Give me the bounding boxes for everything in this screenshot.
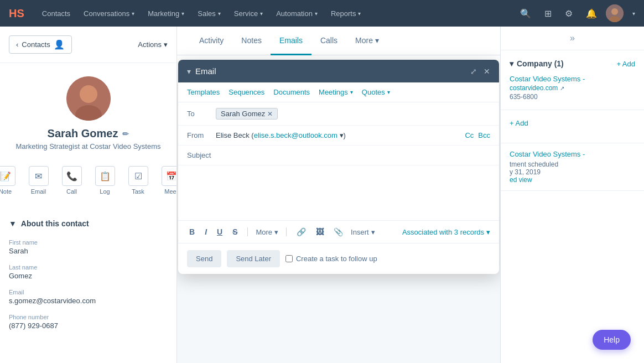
sidebar-header: ‹ Contacts 👤 Actions ▾ (0, 27, 176, 63)
company-name-link[interactable]: Costar Video Systems - (510, 75, 635, 83)
task-button[interactable]: ☑ (128, 166, 148, 186)
add-company-link[interactable]: + Add (616, 60, 635, 68)
company-website-link[interactable]: costarvideo.com (510, 84, 558, 92)
settings-icon[interactable]: ⚙ (565, 8, 573, 19)
search-icon[interactable]: 🔍 (520, 8, 531, 19)
send-button[interactable]: Send (187, 250, 221, 267)
note-button[interactable]: 📝 (0, 166, 15, 186)
meet-action[interactable]: 📅 Meet (162, 166, 178, 195)
close-icon[interactable]: ✕ (484, 67, 490, 76)
email-button[interactable]: ✉ (29, 166, 49, 186)
subject-field: Subject (178, 146, 499, 165)
nav-contacts[interactable]: Contacts (42, 9, 70, 18)
create-task-checkbox[interactable] (285, 255, 293, 262)
subject-input[interactable] (216, 151, 490, 159)
last-name-value: Gomez (9, 272, 168, 280)
quotes-button[interactable]: Quotes ▾ (362, 88, 390, 96)
from-value: Elise Beck (elise.s.beck@outlook.com ▾) (216, 131, 346, 139)
templates-button[interactable]: Templates (187, 88, 220, 96)
chevron-down-icon: ▾ (371, 228, 375, 236)
subject-label: Subject (187, 151, 209, 159)
link-icon[interactable]: 🔗 (294, 226, 308, 237)
log-action[interactable]: 📋 Log (95, 166, 115, 195)
nav-conversations[interactable]: Conversations ▾ (84, 9, 134, 18)
task-action[interactable]: ☑ Task (128, 166, 148, 195)
right-sidebar: » ▾ Company (1) + Add Costar Video Syste… (500, 27, 644, 363)
user-chevron-icon[interactable]: ▾ (632, 11, 635, 17)
call-action[interactable]: 📞 Call (62, 166, 82, 195)
nav-marketing[interactable]: Marketing ▾ (148, 9, 184, 18)
cc-button[interactable]: Cc (465, 131, 474, 139)
documents-button[interactable]: Documents (273, 88, 310, 96)
nav-sales[interactable]: Sales ▾ (198, 9, 221, 18)
minimize-icon[interactable]: ▾ (187, 67, 191, 76)
cc-bcc-buttons: Cc Bcc (465, 131, 490, 139)
image-icon[interactable]: 🖼 (314, 226, 326, 237)
first-name-value: Sarah (9, 247, 168, 255)
chevron-down-icon: ▾ (274, 228, 278, 236)
back-to-contacts-button[interactable]: ‹ Contacts 👤 (9, 35, 72, 54)
modal-header-left: ▾ Email (187, 66, 216, 76)
bold-button[interactable]: B (187, 226, 197, 237)
call-button[interactable]: 📞 (62, 166, 82, 186)
actions-button[interactable]: Actions ▾ (138, 40, 168, 49)
note-action[interactable]: 📝 Note (0, 166, 15, 195)
modal-footer: Send Send Later Create a task to follow … (178, 243, 499, 274)
bcc-button[interactable]: Bcc (478, 131, 490, 139)
sequences-button[interactable]: Sequences (228, 88, 264, 96)
avatar (66, 76, 111, 121)
attachment-icon[interactable]: 📎 (331, 226, 345, 237)
user-avatar[interactable] (606, 4, 624, 22)
chevron-down-icon: ▾ (218, 11, 221, 17)
nav-automation[interactable]: Automation ▾ (276, 9, 318, 18)
italic-button[interactable]: I (202, 226, 209, 237)
last-name-label: Last name (9, 264, 168, 271)
help-button[interactable]: Help (593, 330, 631, 350)
person-icon: 👤 (54, 39, 65, 50)
add-assoc-link: + Add (510, 119, 528, 127)
assoc-status: tment scheduled (510, 160, 635, 168)
expand-icon[interactable]: ⤢ (470, 67, 477, 76)
assoc-company-name[interactable]: Costar Video Systems - (510, 150, 635, 158)
chevron-left-icon: ‹ (16, 40, 18, 49)
notifications-icon[interactable]: 🔔 (586, 8, 597, 19)
nav-service[interactable]: Service ▾ (234, 9, 263, 18)
associations-section: + Add (501, 110, 644, 143)
hubspot-logo[interactable]: HS (9, 7, 24, 20)
email-label: Email (31, 188, 46, 195)
from-label: From (187, 131, 209, 139)
about-header[interactable]: ▼ About this contact (9, 212, 168, 235)
create-task-checkbox-label[interactable]: Create a task to follow up (285, 255, 377, 263)
association-item-1: Costar Video Systems - tment scheduled y… (501, 143, 644, 191)
meetings-button[interactable]: Meetings ▾ (319, 88, 353, 96)
chevron-down-icon: ▾ (350, 89, 353, 95)
remove-recipient-icon[interactable]: ✕ (267, 110, 273, 118)
expand-arrows-icon[interactable]: » (570, 33, 575, 43)
marketplace-icon[interactable]: ⊞ (544, 8, 552, 19)
associated-records-button[interactable]: Associated with 3 records ▾ (402, 228, 490, 236)
call-label: Call (66, 188, 77, 195)
insert-button[interactable]: Insert ▾ (351, 228, 375, 236)
strikethrough-button[interactable]: S (230, 226, 240, 237)
chevron-down-icon: ▾ (358, 11, 361, 17)
center-content: Activity Notes Emails Calls More ▾ Threa… (177, 27, 500, 363)
log-button[interactable]: 📋 (95, 166, 115, 186)
email-body[interactable] (178, 165, 499, 221)
more-format-button[interactable]: More ▾ (256, 228, 278, 236)
edit-icon[interactable]: ✏ (122, 129, 129, 138)
phone-value: (877) 929-0687 (9, 321, 168, 330)
send-later-button[interactable]: Send Later (227, 250, 280, 267)
company-phone: 635-6800 (510, 93, 635, 101)
associated-view-link[interactable]: ed view (510, 176, 635, 184)
task-label: Task (132, 188, 144, 195)
chevron-down-icon: ▾ (181, 11, 184, 17)
meet-button[interactable]: 📅 (162, 166, 178, 186)
from-email-link[interactable]: elise.s.beck@outlook.com (254, 131, 337, 139)
recipient-tag[interactable]: Sarah Gomez ✕ (216, 108, 278, 120)
nav-reports[interactable]: Reports ▾ (331, 9, 361, 18)
email-action[interactable]: ✉ Email (29, 166, 49, 195)
chevron-down-icon: ▾ (132, 11, 134, 17)
from-chevron-icon[interactable]: ▾ (340, 131, 344, 139)
left-sidebar: ‹ Contacts 👤 Actions ▾ Sarah Gomez ✏ (0, 27, 177, 363)
underline-button[interactable]: U (215, 226, 225, 237)
